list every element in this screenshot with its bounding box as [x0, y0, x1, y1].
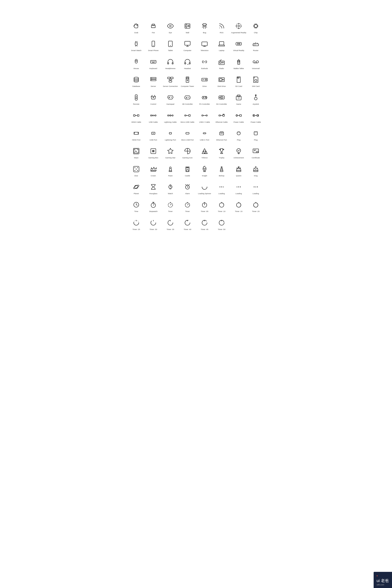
triforce-icon	[200, 147, 208, 155]
mouse-label: Mouse	[134, 68, 139, 70]
icon-cell-grab: Grab	[128, 18, 145, 36]
svg-point-225	[202, 184, 207, 190]
icon-cell-smartphone: Smart Phone	[145, 36, 162, 54]
pscontroller-label: PS Controller	[199, 103, 210, 105]
database-icon	[132, 76, 140, 84]
fist-label: Fist	[152, 32, 155, 34]
icon-cell-pawn: Pawn	[162, 162, 179, 180]
icon-cell-powercable1: Power Cable	[230, 108, 247, 126]
plug1-icon	[234, 129, 243, 137]
game-label: Game	[236, 103, 241, 105]
smartphone-label: Smart Phone	[148, 49, 159, 52]
icon-cell-wall: Wall	[179, 18, 196, 36]
crown-label: Crown	[151, 175, 156, 177]
icon-cell-timer1: Timer	[162, 197, 179, 215]
icon-cell-radio: Radio	[213, 54, 230, 72]
ar-icon	[234, 22, 243, 30]
svg-point-3	[170, 25, 171, 27]
svg-line-91	[169, 79, 170, 80]
hourglass-icon	[149, 183, 158, 191]
icon-cell-gamingicon: Gaming Icon	[179, 144, 196, 162]
powercable2-icon	[252, 111, 260, 120]
timer35-icon	[166, 219, 174, 227]
television-icon	[200, 40, 208, 48]
loading3-icon	[252, 183, 260, 191]
icon-cell-plug2: Plug	[247, 126, 264, 144]
icon-cell-xbcontroller: XB Controller	[179, 90, 196, 108]
icon-cell-bug: Bug	[196, 18, 213, 36]
svg-rect-47	[236, 42, 242, 45]
svg-rect-40	[185, 42, 190, 45]
gamingicon-icon	[184, 147, 192, 155]
svg-point-48	[238, 43, 238, 44]
icon-cell-lightningport: Lightning Port	[162, 126, 179, 144]
vr-label: Virtual Reality	[233, 49, 244, 52]
svg-point-126	[223, 98, 224, 98]
svg-rect-200	[187, 170, 188, 172]
serverconnection-label: Server Connection	[163, 85, 178, 88]
loading1-label: Loading	[218, 192, 225, 195]
stopwatch-icon	[149, 201, 158, 209]
icon-cell-joystick: Joystick	[247, 90, 264, 108]
knight-label: Knight	[202, 175, 207, 177]
pawn-label: Pawn	[168, 175, 172, 177]
icon-cell-stopwatch: Stopwatch	[145, 197, 162, 215]
svg-point-194	[134, 170, 135, 171]
icon-cell-fist: Fist	[145, 18, 162, 36]
laptop-label: Laptop	[219, 49, 224, 52]
time-label: Time	[134, 210, 138, 212]
icon-cell-timer30: Timer :30	[145, 215, 162, 233]
icon-cell-nscontroller: NS Controller	[213, 90, 230, 108]
timer05-icon	[200, 201, 208, 209]
svg-point-80	[253, 61, 255, 63]
icon-cell-hdmiport: HDMI Port	[128, 126, 145, 144]
icon-cell-empty	[230, 215, 247, 233]
nscontroller-icon	[218, 93, 226, 102]
icon-cell-ethernetcable: Ethernet Cable	[213, 108, 230, 126]
joystick-label: Joystick	[252, 103, 259, 105]
svg-point-113	[172, 98, 172, 98]
control-icon	[149, 93, 158, 102]
gamingbox-icon	[149, 147, 158, 155]
icon-cell-watch: Watch	[162, 180, 179, 197]
lightningcable-icon	[166, 111, 174, 120]
icon-cell-castle: Castle	[179, 162, 196, 180]
svg-rect-133	[134, 114, 135, 116]
svg-point-95	[187, 80, 188, 81]
television-label: Television	[201, 49, 208, 52]
svg-point-117	[188, 98, 189, 98]
svg-point-98	[206, 79, 206, 80]
tablet-label: Tablet	[168, 49, 173, 52]
usbcable-label: USB Cable	[149, 121, 158, 123]
icon-cell-trophy: Trophy	[213, 144, 230, 162]
icon-cell-diskdrive: Disk Drive	[213, 72, 230, 90]
icon-cell-pscontroller: PS Controller	[196, 90, 213, 108]
icon-cell-database: Database	[128, 72, 145, 90]
svg-line-237	[136, 205, 137, 205]
svg-point-87	[152, 80, 152, 80]
server-icon	[149, 76, 158, 84]
lightningport-label: Lightning Port	[165, 139, 176, 141]
voicemail-label: Voicemail	[252, 68, 260, 70]
svg-point-195	[137, 170, 138, 171]
timer20-icon	[252, 201, 260, 209]
ar-label: Augmented Reality	[231, 32, 246, 34]
castle-label: Castle	[185, 175, 190, 177]
joystick-icon	[252, 93, 260, 102]
svg-rect-202	[220, 170, 223, 172]
control-label: Control	[150, 103, 156, 105]
svg-rect-38	[168, 41, 172, 46]
svg-rect-149	[223, 114, 224, 116]
usbcport-label: USB-C Port	[200, 139, 209, 141]
icon-cell-timer50: Timer :50	[213, 215, 230, 233]
game-icon	[234, 93, 243, 102]
icon-cell-timer2: Timer	[179, 197, 196, 215]
certificate-icon	[252, 147, 260, 155]
icon-cell-sdcard: SD Card	[230, 72, 247, 90]
svg-point-81	[256, 61, 258, 63]
hdmicable-icon	[132, 111, 140, 120]
svg-line-222	[188, 184, 190, 186]
svg-point-49	[239, 43, 240, 44]
maze-label: Maze	[134, 157, 138, 159]
bug-icon	[200, 22, 208, 30]
